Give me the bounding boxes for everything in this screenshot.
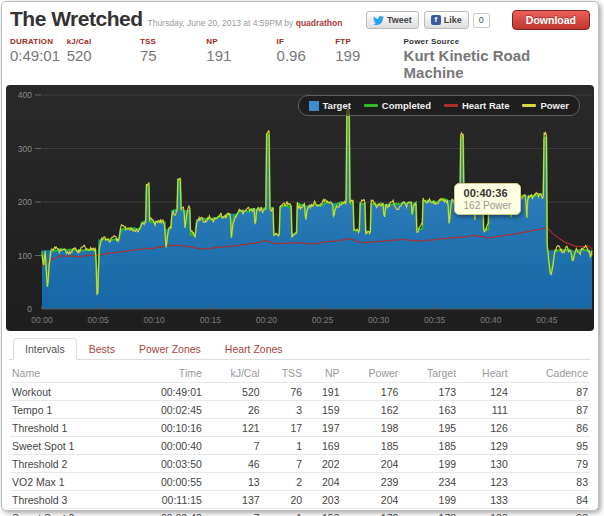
legend-label: Completed	[382, 100, 431, 111]
svg-text:00:20: 00:20	[256, 315, 278, 325]
svg-text:00:35: 00:35	[424, 315, 446, 325]
svg-text:200: 200	[18, 197, 32, 207]
table-row[interactable]: VO2 Max 100:00:5513220423923412383	[10, 473, 590, 491]
tooltip-value: 162 Power	[464, 200, 512, 211]
table-cell: 178	[400, 509, 458, 516]
table-cell: 83	[510, 473, 590, 491]
table-row[interactable]: Threshold 100:10:161211719719819512686	[10, 419, 590, 437]
legend-label: Target	[323, 100, 351, 111]
column-header-time: Time	[126, 363, 204, 383]
table-row[interactable]: Tempo 100:02:4526315916216311187	[10, 401, 590, 419]
table-row[interactable]: Sweet Spot 100:00:407116918518512995	[10, 437, 590, 455]
tab-heart-zones[interactable]: Heart Zones	[213, 338, 295, 360]
tab-intervals[interactable]: Intervals	[13, 338, 77, 360]
table-cell: Threshold 2	[10, 455, 126, 473]
table-cell: 123	[458, 473, 510, 491]
table-cell: 520	[204, 383, 262, 401]
table-row[interactable]: Threshold 300:11:151372020320419913384	[10, 491, 590, 509]
stat-value: Kurt Kinetic Road Machine	[404, 47, 590, 81]
table-cell: 46	[204, 455, 262, 473]
table-cell: 199	[400, 491, 458, 509]
table-cell: 202	[304, 455, 341, 473]
table-cell: 76	[262, 383, 305, 401]
like-label: Like	[444, 15, 462, 25]
table-cell: 204	[342, 491, 401, 509]
like-count[interactable]: 0	[473, 13, 490, 28]
svg-text:00:00: 00:00	[31, 315, 53, 325]
table-cell: 7	[262, 455, 305, 473]
page-frame: The WretchedThursday, June 20, 2013 at 4…	[1, 1, 599, 511]
legend-label: Heart Rate	[462, 100, 510, 111]
table-cell: 126	[458, 419, 510, 437]
table-cell: 13	[204, 473, 262, 491]
workout-chart[interactable]: 0100200300400 00:00 00:05 00:10 00:15 00…	[6, 85, 594, 331]
legend-item-power[interactable]: Power	[522, 100, 569, 111]
author-link[interactable]: quadrathon	[296, 18, 343, 28]
column-header-name: Name	[10, 363, 126, 383]
column-header-heart: Heart	[458, 363, 510, 383]
table-cell: 199	[400, 455, 458, 473]
page-title: The Wretched	[10, 7, 142, 30]
target-swatch-icon	[309, 101, 319, 111]
table-cell: 00:11:15	[126, 491, 204, 509]
svg-text:00:15: 00:15	[200, 315, 222, 325]
svg-text:00:30: 00:30	[368, 315, 390, 325]
stat-duration: DURATION0:49:01	[10, 37, 67, 64]
table-cell: 130	[458, 455, 510, 473]
completed-swatch-icon	[364, 104, 378, 107]
table-cell: 98	[510, 509, 590, 516]
legend-item-completed[interactable]: Completed	[364, 100, 431, 111]
heart-rate-swatch-icon	[444, 104, 458, 107]
table-cell: 111	[458, 401, 510, 419]
table-cell: 86	[510, 419, 590, 437]
column-header-np: NP	[304, 363, 341, 383]
svg-text:0: 0	[27, 304, 32, 314]
table-cell: Threshold 1	[10, 419, 126, 437]
stat-label: DURATION	[10, 37, 67, 46]
table-cell: 121	[204, 419, 262, 437]
column-header-power: Power	[342, 363, 401, 383]
table-cell: 00:10:16	[126, 419, 204, 437]
table-cell: 239	[342, 473, 401, 491]
tooltip-time: 00:40:36	[464, 187, 512, 199]
table-cell: 129	[458, 437, 510, 455]
table-cell: Tempo 1	[10, 401, 126, 419]
table-row[interactable]: Workout00:49:015207619117617312487	[10, 383, 590, 401]
table-cell: 2	[262, 473, 305, 491]
stat-power-source: Power SourceKurt Kinetic Road Machine	[404, 37, 590, 81]
intervals-table: NameTimekJ/CalTSSNPPowerTargetHeartCaden…	[10, 363, 590, 516]
table-cell: 95	[510, 437, 590, 455]
table-row[interactable]: Threshold 200:03:5046720220419913079	[10, 455, 590, 473]
chart-legend[interactable]: Target Completed Heart Rate Power	[298, 95, 580, 116]
tweet-button[interactable]: Tweet	[366, 11, 419, 29]
svg-text:300: 300	[18, 144, 32, 154]
stat-label: IF	[277, 37, 336, 46]
table-cell: Workout	[10, 383, 126, 401]
table-cell: Sweet Spot 2	[10, 509, 126, 516]
table-cell: 185	[342, 437, 401, 455]
table-cell: 133	[458, 509, 510, 516]
byline-date: Thursday, June 20, 2013 at 4:59PM by	[147, 18, 293, 28]
legend-item-heart-rate[interactable]: Heart Rate	[444, 100, 510, 111]
table-cell: 20	[262, 491, 305, 509]
header: The WretchedThursday, June 20, 2013 at 4…	[5, 2, 595, 34]
power-swatch-icon	[522, 104, 536, 107]
table-cell: 169	[304, 437, 341, 455]
svg-text:00:25: 00:25	[312, 315, 334, 325]
svg-text:00:05: 00:05	[87, 315, 109, 325]
table-cell: 153	[304, 509, 341, 516]
table-cell: 203	[304, 491, 341, 509]
stat-label: Power Source	[404, 37, 590, 46]
table-cell: 191	[304, 383, 341, 401]
table-row[interactable]: Sweet Spot 200:00:427115317217813398	[10, 509, 590, 516]
stat-value: 75	[140, 47, 206, 64]
tab-power-zones[interactable]: Power Zones	[127, 338, 213, 360]
table-cell: Sweet Spot 1	[10, 437, 126, 455]
tab-bar: IntervalsBestsPower ZonesHeart Zones	[9, 338, 591, 360]
tab-bests[interactable]: Bests	[77, 338, 127, 360]
legend-item-target[interactable]: Target	[309, 100, 351, 111]
table-cell: 234	[400, 473, 458, 491]
like-button[interactable]: f Like	[424, 11, 469, 29]
svg-text:400: 400	[18, 90, 32, 100]
download-button[interactable]: Download	[512, 10, 590, 30]
